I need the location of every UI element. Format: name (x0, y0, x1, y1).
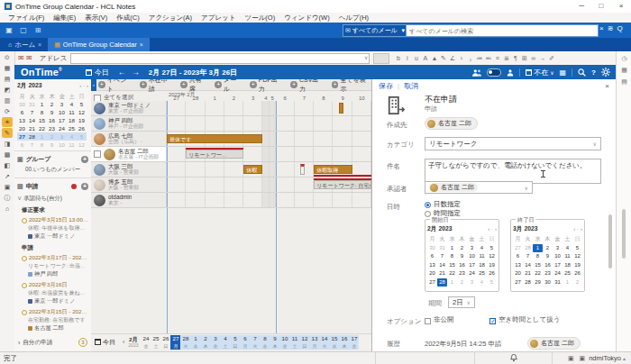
calendar-day[interactable]: 26 (487, 269, 497, 278)
edit-icon[interactable]: ✎ (2, 128, 13, 138)
calendar-day[interactable]: 8 (447, 252, 457, 261)
calendar-day[interactable]: 9 (457, 252, 467, 261)
calendar-day[interactable]: 30 (427, 244, 437, 253)
calendar-day[interactable]: 15 (447, 261, 457, 270)
collapse-sidebar-handle[interactable]: ‹ (91, 79, 96, 91)
scrollbar-thumb[interactable] (608, 214, 612, 268)
pending-approval-header[interactable]: ∨ 承認待ち(自分) (14, 193, 91, 205)
request-item[interactable]: 2022年3月15日 13:00 - 18:00休暇: 午後半休を取得します。東… (14, 215, 91, 242)
scroller-day[interactable]: 12日 (299, 335, 309, 350)
person-icon[interactable] (507, 68, 514, 77)
calendar-day[interactable]: 11 (477, 252, 487, 261)
todo-icon[interactable]: ▥ (2, 96, 13, 105)
created-for-chip[interactable]: 名古屋 二郎 (425, 117, 478, 130)
add-group-icon[interactable]: + (81, 156, 88, 163)
calendar-day[interactable]: 1 (37, 132, 47, 141)
calendar-day[interactable]: 8 (37, 141, 47, 149)
scroller-day[interactable]: 25土 (151, 335, 160, 350)
calendar-day[interactable]: 27 (17, 132, 27, 141)
group-item[interactable]: 00.いつものメンバー (14, 166, 91, 176)
databases-icon[interactable]: ◧ (2, 160, 13, 170)
request-item[interactable]: 2022年3月16日休暇: 出張疲労を兼ねて休暇…東京 一郎ドミノ (14, 280, 91, 307)
replicator-icon[interactable]: ◨ (2, 139, 13, 149)
format-icon[interactable]: b (395, 55, 401, 62)
calendar-day[interactable]: 27 (513, 244, 523, 253)
calendar-day[interactable]: 19 (572, 261, 582, 270)
calendar-day[interactable]: 15 (37, 116, 47, 124)
calendar-day[interactable]: 24 (57, 124, 67, 132)
calendar-day[interactable]: 10 (57, 108, 67, 116)
calendar-day[interactable]: 11 (67, 141, 77, 149)
calendar-prev-icon[interactable]: ‹ (488, 226, 489, 232)
scroller-day[interactable]: 11土 (289, 335, 299, 350)
calendar-icon[interactable]: ▦ (2, 63, 13, 73)
table-row[interactable]: 神戸 四郎神戸 - IT企画部 (91, 116, 371, 132)
absence-view-select[interactable]: 不在 ∨ (526, 68, 553, 77)
send-icon[interactable]: ↗ (2, 171, 13, 181)
calendar-day[interactable]: 4 (67, 100, 77, 108)
calendar-day[interactable]: 16 (543, 261, 553, 270)
calendar-day[interactable]: 17 (467, 261, 477, 270)
calendar-today-icon[interactable]: ∙ (577, 226, 579, 232)
menu-アプレット[interactable]: アプレット (197, 14, 240, 23)
calendar-day[interactable]: 1 (447, 244, 457, 253)
calendar-day[interactable]: 30 (17, 100, 27, 108)
format-icon[interactable]: ≡ (494, 55, 500, 62)
clock-icon[interactable]: ◷ (619, 53, 629, 63)
calendar-day[interactable]: 2 (457, 244, 467, 253)
calendar-day[interactable]: 26 (572, 269, 582, 278)
my-requests-header[interactable]: › 自分の申請 3 (14, 334, 91, 350)
request-section-header[interactable]: ▤ 申請 + (14, 180, 91, 193)
scrollbar-thumb[interactable] (622, 209, 626, 259)
scroller-day[interactable]: 14火 (319, 335, 329, 350)
grid-icon[interactable]: ⊞ (32, 25, 43, 36)
menu-ヘルプ(H)[interactable]: ヘルプ(H) (334, 14, 373, 23)
calendar-day[interactable]: 29 (533, 278, 543, 287)
event-bar[interactable]: リモートワーク: 自宅か… (314, 180, 371, 189)
calendar-today-icon[interactable]: ∙ (491, 226, 493, 232)
period-select[interactable]: 2日 ∨ (448, 296, 475, 308)
menu-ウィンドウ(W)[interactable]: ウィンドウ(W) (279, 14, 334, 23)
scroller-day[interactable]: 2木 (200, 335, 210, 350)
calendar-prev-icon[interactable]: ‹ (573, 226, 575, 232)
tab-ontime-group-calendar[interactable]: ▦ OnTime Group Calendar × (48, 38, 150, 51)
scroller-day[interactable]: 5日 (230, 335, 240, 350)
calendar-day[interactable]: 3 (467, 278, 477, 287)
event-bar-small[interactable] (339, 103, 343, 114)
status-icon[interactable]: ☀ (2, 117, 13, 127)
format-icon[interactable]: → (539, 55, 545, 62)
table-row[interactable]: 名古屋 二郎名古屋 - IT企画部リモートワー… (91, 147, 371, 162)
scroller-day[interactable]: 13月 (309, 335, 319, 350)
mail-icon[interactable]: ✉ (18, 54, 26, 62)
calendar-day[interactable]: 31 (553, 278, 562, 287)
checkbox-checked-icon[interactable]: ✓ (489, 318, 496, 324)
calendar-day[interactable]: 23 (543, 269, 553, 278)
row-checkbox[interactable] (94, 150, 101, 158)
search-icon[interactable]: Q (617, 24, 622, 32)
calendar-day[interactable]: 9 (47, 141, 57, 149)
mail-filter-select[interactable]: ✉ すべてのメール ▾ (343, 24, 407, 37)
calendar-day[interactable]: 20 (427, 269, 437, 278)
calendar-day[interactable]: 5 (572, 244, 582, 253)
calendar-day[interactable]: 20 (513, 269, 523, 278)
status-icon-1[interactable]: ▣ (568, 355, 574, 362)
calendar-day[interactable]: 1 (37, 100, 47, 108)
calendar-day[interactable]: 8 (37, 108, 47, 116)
checkbox-icon[interactable] (425, 318, 431, 324)
calendar-day[interactable]: 9 (543, 252, 553, 261)
calendar-prev-icon[interactable]: ‹ (79, 83, 81, 88)
calendar-day[interactable]: 31 (27, 100, 37, 108)
format-icon[interactable]: ⊞ (521, 55, 527, 62)
calendar-day[interactable]: 27 (427, 278, 437, 287)
calendar-day[interactable]: 4 (477, 244, 487, 253)
calendar-day[interactable]: 21 (437, 269, 447, 278)
cancel-button[interactable]: 取消 (404, 81, 418, 91)
history-person-chip[interactable]: 名古屋 二郎 (527, 337, 581, 350)
table-row[interactable]: 博多 五郎大阪 - 営業部リモートワーク: 自宅か… (91, 177, 371, 193)
person-cell[interactable]: 名古屋 二郎名古屋 - IT企画部 (91, 147, 167, 161)
calendar-day[interactable]: 14 (437, 261, 447, 270)
calendar-day[interactable]: 20 (17, 124, 27, 132)
calendar-day[interactable]: 28 (523, 244, 533, 253)
scroll-left-arrow[interactable]: ‹ (123, 339, 124, 345)
calendar-day[interactable]: 30 (543, 278, 553, 287)
